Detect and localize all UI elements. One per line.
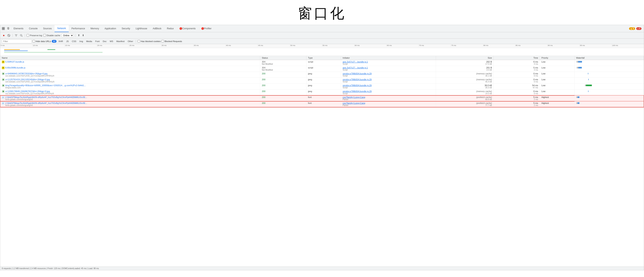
table-row[interactable]: 🖼 u=1125791419,1561105245&fm=26&gp=0.jpg… [0, 78, 644, 84]
export-btn[interactable]: ⬆ [77, 34, 81, 38]
table-row[interactable]: F LYjAdGP8kkgoTec8zkRgqHAtXN-dRp6ohF_hzz… [0, 96, 644, 101]
tab-network[interactable]: Network [54, 25, 69, 32]
timeline-tick: 75 ms [451, 44, 483, 46]
tab-console[interactable]: Console [26, 25, 40, 32]
tab-memory[interactable]: Memory [88, 25, 102, 32]
table-row[interactable]: F LYjAdGP8kkgoTec8zkRgqHAtXN-dRp6ohF_hzz… [0, 101, 644, 107]
type-cell: jpeg [306, 90, 341, 96]
tab-profiler[interactable]: 🔴Profiler [198, 25, 214, 32]
col-status[interactable]: Status [260, 56, 306, 60]
tab-components[interactable]: 🔴Components [176, 25, 198, 32]
type-cell: font [306, 96, 341, 101]
throttle-select[interactable]: Online [62, 34, 74, 37]
blocked-requests-label[interactable]: Blocked Requests [162, 40, 182, 42]
inspect-icon-btn[interactable] [1, 26, 6, 31]
initiator-cell: vendor.e798b504.bundle.js:29Script [341, 84, 436, 90]
wf-receiving-bar [588, 73, 588, 74]
filter-bar: Hide data URLs All XHR JS CSS Img Media … [0, 38, 644, 44]
type-btn-media[interactable]: Media [85, 40, 93, 43]
type-btn-img[interactable]: Img [78, 40, 84, 43]
type-btn-all[interactable]: All [52, 40, 56, 43]
tab-lighthouse[interactable]: Lighthouse [133, 25, 150, 32]
clear-btn[interactable] [7, 34, 11, 38]
col-priority[interactable]: Priority [540, 56, 574, 60]
type-btn-xhr[interactable]: XHR [57, 40, 64, 43]
type-btn-manifest[interactable]: Manifest [115, 40, 126, 43]
waterfall-cell [574, 101, 644, 107]
preserve-log-checkbox[interactable]: Preserve log [26, 34, 42, 36]
search-btn[interactable] [19, 34, 23, 38]
initiator-link[interactable]: app.3c67c27....bundle.js:1 [343, 60, 434, 63]
tab-elements[interactable]: Elements [11, 25, 26, 32]
initiator-link[interactable]: vendor.e798b504.bundle.js:29 [343, 72, 434, 75]
waterfall-cell [574, 66, 644, 72]
col-waterfall[interactable]: Waterfall [574, 56, 644, 60]
import-btn[interactable]: ⬇ [81, 34, 85, 38]
timeline-tick: 40 ms [226, 44, 258, 46]
filter-sep [136, 40, 136, 43]
resource-icon: 🖼 [2, 78, 4, 81]
initiator-link[interactable]: vendor.e798b504.bundle.js:29 [343, 84, 434, 86]
col-time[interactable]: Time [494, 56, 540, 60]
hide-data-urls-checkbox[interactable] [32, 40, 35, 42]
initiator-link[interactable]: css?family=Long+Cang [343, 96, 434, 98]
table-row[interactable]: JS 5.55ff41f7.bundle.js 304Not Modifieds… [0, 60, 644, 66]
initiator-link[interactable]: vendor.e798b504.bundle.js:29 [343, 78, 434, 81]
type-btn-js[interactable]: JS [65, 40, 70, 43]
has-blocked-label[interactable]: Has blocked cookies [138, 40, 160, 42]
table-row[interactable]: 🖼 u=1208176849,1584967837&fm=26&gp=0.jpg… [0, 90, 644, 96]
wf-receiving-bar [578, 67, 582, 68]
timeline-tick: 45 ms [258, 44, 290, 46]
resource-icon: JS [2, 60, 4, 63]
preserve-log-input[interactable] [26, 34, 29, 36]
timeline-tick: 30 ms [161, 44, 194, 46]
svg-point-11 [20, 34, 22, 36]
initiator-link[interactable]: css?family=Long+Cang [343, 102, 434, 104]
col-type[interactable]: Type [306, 56, 341, 60]
svg-rect-2 [2, 29, 3, 30]
type-btn-other[interactable]: Other [126, 40, 134, 43]
initiator-link[interactable]: app.3c67c27....bundle.js:1 [343, 66, 434, 69]
device-toolbar-btn[interactable] [6, 26, 11, 31]
disable-cache-input[interactable] [43, 34, 46, 36]
tab-adblock[interactable]: AdBlock [150, 25, 164, 32]
type-btn-ws[interactable]: WS [108, 40, 114, 43]
resource-name: u=1125791419,1561105245&fm=26&gp=0.jpg [5, 78, 54, 81]
type-btn-font[interactable]: Font [94, 40, 101, 43]
name-cell: F LYjAdGP8kkgoTec8zkRgqHAtXN-dRp6ohF_hzz… [0, 101, 260, 107]
col-size[interactable]: Size [436, 56, 494, 60]
table-row[interactable]: 🖼 u=94996843,1878572032&fm=26&gp=0.jpg s… [0, 72, 644, 78]
wf-receiving-bar [578, 61, 582, 62]
status-cell: 200 [260, 90, 306, 96]
size-cell: 201 B3.5 kB [436, 66, 494, 72]
initiator-cell: vendor.e798b504.bundle.js:29Script [341, 72, 436, 78]
tab-sources[interactable]: Sources [40, 25, 54, 32]
table-row[interactable]: JS 8.80e399fb.bundle.js 304Not Modifieds… [0, 66, 644, 72]
wf-receiving-bar [588, 90, 588, 92]
tab-redux[interactable]: Redux [164, 25, 176, 32]
blocked-requests-input[interactable] [162, 40, 164, 42]
tab-performance[interactable]: Performance [69, 25, 88, 32]
hide-data-urls-label[interactable]: Hide data URLs [32, 40, 51, 42]
time-cell: 0 ms0 ms [494, 78, 540, 84]
disable-cache-checkbox[interactable]: Disable cache [43, 34, 60, 36]
wf-receiving-bar [586, 84, 592, 86]
status-cell: 304Not Modified [260, 60, 306, 66]
time-cell: 5 ms3 ms [494, 66, 540, 72]
filter-btn[interactable] [14, 34, 18, 38]
col-name[interactable]: Name [0, 56, 260, 60]
has-blocked-input[interactable] [138, 40, 140, 42]
tab-application[interactable]: Application [102, 25, 119, 32]
col-initiator[interactable]: Initiator [341, 56, 436, 60]
resource-name: timg?image&quality=80&size=b9999_10000&s… [5, 84, 86, 86]
name-cell: 🖼 u=94996843,1878572032&fm=26&gp=0.jpg s… [0, 72, 260, 78]
timeline-tick: 15 ms [64, 44, 97, 46]
table-row[interactable]: 🖼 timg?image&quality=80&size=b9999_10000… [0, 84, 644, 90]
initiator-link[interactable]: vendor.e798b504.bundle.js:29 [343, 90, 434, 92]
filter-input[interactable] [2, 39, 32, 43]
priority-cell: Highest [540, 101, 574, 107]
tab-security[interactable]: Security [119, 25, 133, 32]
type-btn-css[interactable]: CSS [71, 40, 78, 43]
record-btn[interactable]: ● [2, 34, 6, 38]
type-btn-doc[interactable]: Doc [102, 40, 108, 43]
